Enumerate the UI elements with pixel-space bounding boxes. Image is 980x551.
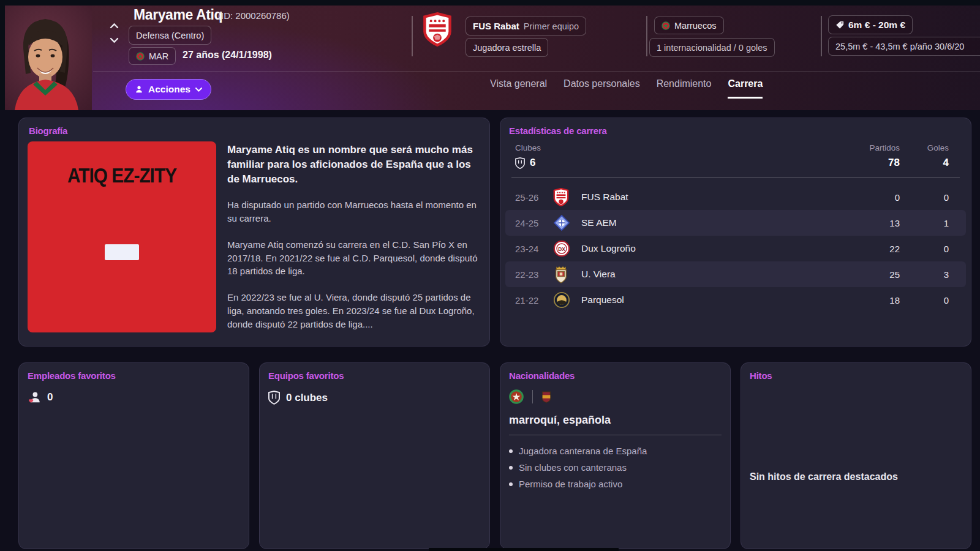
season-label: 21-22 — [515, 295, 553, 305]
position-label: Defensa (Centro) — [136, 31, 204, 40]
actions-button[interactable]: Acciones — [126, 79, 211, 100]
morocco-flag-icon — [662, 21, 670, 30]
flag-separator — [532, 390, 533, 403]
page-title-player-name: Maryame Atiq — [134, 7, 222, 23]
biography-panel: Biografía ATIQ EZ-ZITY Maryame Atiq es u… — [18, 118, 490, 347]
goals-total: 4 — [900, 157, 949, 169]
player-header: Maryame Atiq (ID: 2000260786) Defensa (C… — [0, 0, 980, 110]
u-viera-badge — [553, 265, 581, 283]
club-name: FUS Rabat — [581, 192, 851, 203]
nationality-note: Permiso de trabajo activo — [509, 476, 722, 492]
squad-status-label: Jugadora estrella — [473, 43, 541, 53]
panel-title: Nacionalidades — [509, 370, 722, 381]
goals-value: 0 — [900, 192, 949, 203]
club-pill[interactable]: FUS Rabat Primer equipo — [466, 17, 586, 36]
nationalities-panel: Nacionalidades marroquí, española Jugado… — [500, 362, 731, 549]
taskbar-hint — [429, 548, 619, 551]
wage-label: 25,5m € - 43,5m € p/año 30/6/20 — [835, 42, 964, 51]
milestones-empty-message: Sin hitos de carrera destacados — [750, 471, 962, 482]
header-separator — [821, 16, 822, 56]
favorite-staff-panel: Empleados favoritos 0 — [18, 362, 249, 549]
window-frame-left — [0, 0, 5, 110]
nationality-pill[interactable]: MAR — [129, 47, 176, 65]
table-row[interactable]: 25-26FUS Rabat00 — [505, 184, 966, 210]
nationality-note-text: Permiso de trabajo activo — [519, 476, 622, 492]
svg-text:DX: DX — [558, 246, 565, 252]
panel-title: Hitos — [750, 370, 962, 381]
person-icon — [135, 85, 143, 94]
national-team-pill[interactable]: Marruecos — [654, 17, 724, 34]
wage-pill: 25,5m € - 43,5m € p/año 30/6/20 — [828, 37, 980, 56]
tab-rendimiento[interactable]: Rendimiento — [657, 77, 712, 99]
season-label: 25-26 — [515, 192, 553, 203]
biography-image-text: ATIQ EZ-ZITY — [31, 164, 213, 187]
fus-rabat-badge[interactable] — [423, 12, 452, 49]
nationality-notes: Jugadora canterana de EspañaSin clubes c… — [509, 443, 722, 492]
actions-button-label: Acciones — [148, 84, 190, 95]
tab-bar: Vista generalDatos personalesRendimiento… — [490, 77, 763, 99]
goals-value: 0 — [900, 244, 949, 254]
parquesol-badge — [553, 291, 581, 309]
table-row[interactable]: 21-22Parquesol180 — [505, 287, 966, 313]
favorite-clubs-panel: Equipos favoritos 0 clubes — [259, 362, 490, 549]
favorite-clubs-count: 0 clubes — [286, 392, 328, 404]
bullet-icon — [509, 466, 513, 470]
table-row[interactable]: 24-25SE AEM131 — [505, 210, 966, 236]
apps-total: 78 — [851, 157, 900, 169]
biography-paragraphs: Ha disputado un partido con Marruecos ha… — [227, 198, 481, 331]
nationality-flags — [509, 389, 722, 404]
biography-image: ATIQ EZ-ZITY — [28, 141, 216, 332]
season-label: 22-23 — [515, 269, 553, 280]
season-label: 23-24 — [515, 244, 553, 254]
player-profile-screen: Maryame Atiq (ID: 2000260786) Defensa (C… — [0, 0, 980, 551]
tab-vista-general[interactable]: Vista general — [490, 77, 547, 99]
career-table-header: Clubes Partidos Goles — [509, 143, 962, 152]
morocco-flag-icon — [509, 389, 524, 404]
header-separator — [646, 16, 647, 56]
club-squad-label: Primer equipo — [524, 21, 579, 31]
window-frame-top — [0, 0, 980, 6]
dux-logrono-badge: DX — [553, 240, 581, 257]
header-divider — [93, 71, 980, 72]
international-record-label: 1 internacionalidad / 0 goles — [657, 43, 767, 53]
spain-flag-icon — [541, 391, 551, 403]
national-team-name: Marruecos — [674, 21, 717, 31]
club-name: U. Viera — [581, 269, 851, 280]
milestones-panel: Hitos Sin hitos de carrera destacados — [741, 362, 971, 549]
tab-carrera[interactable]: Carrera — [728, 77, 763, 99]
fus-rabat-badge — [553, 188, 581, 206]
apps-column-header: Partidos — [851, 143, 900, 152]
international-record-pill: 1 internacionalidad / 0 goles — [649, 38, 775, 57]
transfer-value-pill: 6m € - 20m € — [828, 15, 913, 34]
bullet-icon — [509, 482, 513, 486]
panel-title: Estadísticas de carrera — [509, 126, 962, 136]
squad-status-pill: Jugadora estrella — [466, 38, 548, 57]
previous-player-chevron-up-icon[interactable] — [108, 21, 120, 31]
club-name: Dux Logroño — [581, 243, 851, 254]
panel-title: Biografía — [29, 126, 480, 136]
player-photo — [5, 6, 92, 110]
tab-datos-personales[interactable]: Datos personales — [564, 77, 640, 99]
goals-value: 3 — [900, 269, 949, 280]
tag-icon — [835, 21, 844, 29]
apps-value: 25 — [851, 269, 900, 280]
morocco-flag-icon — [136, 52, 145, 61]
chevron-down-icon — [195, 88, 202, 92]
biography-paragraph: Ha disputado un partido con Marruecos ha… — [227, 198, 481, 225]
goals-value: 1 — [900, 218, 949, 228]
table-row[interactable]: 22-23U. Viera253 — [505, 261, 966, 287]
biography-paragraph: Maryame Atiq comenzó su carrera en el C.… — [227, 238, 481, 278]
biography-paragraph: En 2022/23 se fue al U. Viera, donde dis… — [227, 291, 481, 331]
club-name: SE AEM — [581, 217, 851, 228]
biography-lead: Maryame Atiq es un nombre que será mucho… — [227, 143, 481, 186]
se-aem-badge — [553, 214, 581, 231]
career-table-body: 25-26FUS Rabat0024-25SE AEM13123-24DXDux… — [509, 184, 962, 313]
photo-placeholder-box — [105, 244, 139, 260]
nationality-summary: marroquí, española — [509, 414, 722, 427]
next-player-chevron-down-icon[interactable] — [108, 36, 120, 45]
table-row[interactable]: 23-24DXDux Logroño220 — [505, 236, 966, 261]
position-pill: Defensa (Centro) — [129, 26, 211, 45]
club-name: FUS Rabat — [473, 21, 519, 31]
panel-title: Equipos favoritos — [268, 370, 481, 381]
person-heart-icon — [28, 391, 41, 404]
